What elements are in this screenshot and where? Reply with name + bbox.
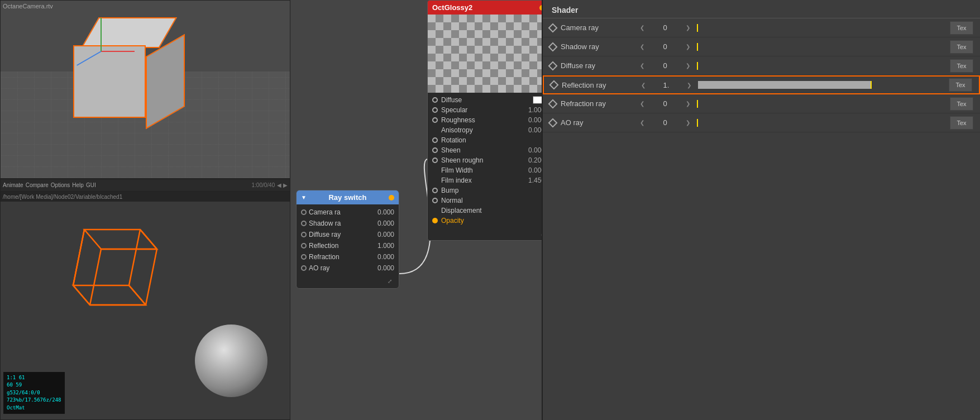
socket-sheen-roughness (432, 157, 438, 163)
checker-preview (428, 15, 549, 93)
cube-top-face (81, 17, 177, 48)
svg-line-2 (140, 230, 157, 249)
shader-tex-shadow[interactable]: Tex (950, 40, 973, 54)
wire-cube-svg (45, 213, 168, 336)
shader-arrow-left-diffuse[interactable]: ❮ (638, 63, 647, 69)
ray-switch-body: Camera ra 0.000 Shadow ra 0.000 Diffuse … (297, 204, 399, 276)
node-footer: ⤢ (297, 276, 399, 288)
svg-line-8 (129, 230, 140, 285)
prop-sheen-label: Sheen (441, 146, 461, 154)
prop-rotation-label: Rotation (441, 136, 466, 144)
ray-switch-title: Ray switch (328, 193, 366, 202)
shader-icon-shadow (548, 42, 558, 51)
prop-diffuse-label: Diffuse (441, 96, 462, 104)
stat-line5: OctMat (7, 404, 61, 412)
shader-row-diffuse: Diffuse ray ❮ 0 ❯ Tex (543, 56, 980, 75)
prop-normal-label: Normal (441, 197, 463, 204)
socket-rotation (432, 137, 438, 143)
shader-row-shadow: Shadow ray ❮ 0 ❯ Tex (543, 37, 980, 56)
oct-glossy-node[interactable]: OctGlossy2 Diffuse Specular 1.000 Roughn… (427, 0, 550, 241)
svg-marker-0 (84, 230, 157, 249)
toolbar-help[interactable]: Help (72, 182, 84, 188)
shader-arrow-right-shadow[interactable]: ❯ (683, 44, 692, 50)
svg-line-9 (90, 249, 101, 305)
socket-opacity (432, 218, 438, 223)
shader-arrow-right-diffuse[interactable]: ❯ (683, 63, 692, 69)
socket-normal (432, 198, 438, 203)
shader-row-reflection: Reflection ray ❮ 1. ❯ Tex (543, 75, 980, 94)
shader-icon-refraction (548, 99, 558, 108)
oct-glossy-title: OctGlossy2 (432, 3, 472, 12)
toolbar-animate[interactable]: Animate (3, 182, 23, 188)
shader-row-ao: AO ray ❮ 0 ❯ Tex (543, 113, 980, 132)
shader-tex-refraction[interactable]: Tex (950, 97, 973, 111)
shader-value-diffuse: 0 (651, 61, 679, 70)
shader-cursor-refraction (697, 100, 698, 108)
svg-line-6 (129, 285, 146, 305)
shader-cursor-ao (697, 119, 698, 127)
ray-switch-chevron: ▼ (301, 194, 307, 201)
label-ao-ray: AO ray (309, 264, 329, 272)
shader-arrow-right-reflection[interactable]: ❯ (685, 82, 694, 88)
shader-arrow-right-refraction[interactable]: ❯ (683, 101, 692, 107)
shader-row-refraction: Refraction ray ❮ 0 ❯ Tex (543, 94, 980, 113)
shader-icon-camera (548, 23, 558, 32)
shader-tex-ao[interactable]: Tex (950, 116, 973, 130)
toolbar-gui[interactable]: GUI (86, 182, 96, 188)
socket-roughness (432, 117, 438, 123)
svg-marker-4 (73, 285, 146, 305)
shader-cursor-reflection (871, 81, 872, 89)
prop-film-width: Film Width 0.000 (428, 165, 549, 175)
shader-panel: Shader Camera ray ❮ 0 ❯ Tex Shadow ray ❮… (542, 0, 980, 420)
shader-icon-diffuse (548, 61, 558, 70)
node-expand-btn[interactable]: ⤢ (388, 278, 395, 286)
shader-bar-ao (697, 119, 945, 127)
prop-anisotropy-label: Anisotropy (441, 126, 473, 134)
shader-panel-title: Shader (543, 0, 980, 18)
shader-value-reflection: 1. (652, 81, 680, 89)
shader-tex-diffuse[interactable]: Tex (950, 59, 973, 73)
shader-arrow-left-camera[interactable]: ❮ (638, 25, 647, 31)
socket-anisotropy-empty (432, 127, 438, 133)
ray-switch-node[interactable]: ▼ Ray switch Camera ra 0.000 Shadow ra 0… (296, 190, 399, 289)
shader-label-shadow: Shadow ray (561, 42, 633, 51)
socket-reflection (301, 243, 307, 249)
ray-switch-header: ▼ Ray switch (297, 190, 399, 204)
viewport-bottom[interactable]: Animate Compare Options Help GUI 1:00/0/… (0, 179, 290, 420)
shader-icon-reflection (549, 80, 559, 90)
shader-tex-reflection[interactable]: Tex (949, 78, 972, 92)
axis-y (101, 18, 102, 51)
shader-arrow-right-camera[interactable]: ❯ (683, 25, 692, 31)
viewport-3d-top[interactable]: OctaneCamera.rtv (0, 0, 290, 179)
toolbar-nav[interactable]: ◀ ▶ (277, 182, 288, 188)
shader-props: Diffuse Specular 1.000 Roughness 0.000 A… (428, 93, 549, 228)
socket-shadow-ra (301, 221, 307, 226)
prop-film-width-label: Film Width (441, 166, 473, 174)
prop-sheen-roughness-label: Sheen roughn (441, 156, 483, 164)
node-row-diffuse-ray: Diffuse ray 0.000 (297, 229, 399, 240)
prop-bump: Bump (428, 185, 549, 195)
stat-line2: 60 59 (7, 381, 61, 389)
shader-arrow-right-ao[interactable]: ❯ (683, 120, 692, 126)
shader-bar-reflection (698, 81, 944, 89)
label-diffuse-ray: Diffuse ray (309, 231, 341, 238)
toolbar-options[interactable]: Options (51, 182, 70, 188)
prop-sheen-roughness: Sheen roughn 0.200 (428, 155, 549, 165)
shader-arrow-left-ao[interactable]: ❮ (638, 120, 647, 126)
stat-line1: 1:1 61 (7, 374, 61, 382)
toolbar-compare[interactable]: Compare (26, 182, 49, 188)
shader-arrow-left-shadow[interactable]: ❮ (638, 44, 647, 50)
prop-sheen: Sheen 0.000 (428, 145, 549, 155)
shader-value-refraction: 0 (651, 99, 679, 108)
shader-cursor-diffuse (697, 62, 698, 70)
prop-normal: Normal (428, 195, 549, 206)
shader-tex-camera[interactable]: Tex (950, 21, 973, 35)
node-row-reflection: Reflection 1.000 (297, 240, 399, 251)
val-camera-ra: 0.000 (377, 208, 394, 216)
shader-arrow-left-reflection[interactable]: ❮ (639, 82, 648, 88)
shader-arrow-left-refraction[interactable]: ❮ (638, 101, 647, 107)
node-row-ao-ray: AO ray 0.000 (297, 262, 399, 274)
val-ao-ray: 0.000 (377, 264, 394, 272)
shader-value-ao: 0 (651, 118, 679, 127)
node-area: OctGlossy2 Diffuse Specular 1.000 Roughn… (290, 0, 542, 420)
